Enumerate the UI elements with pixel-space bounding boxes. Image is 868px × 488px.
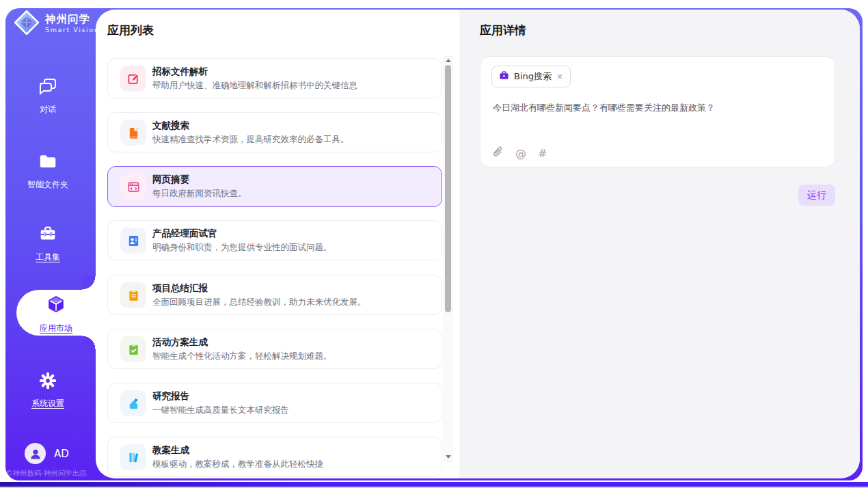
app-desc: 快速精准查找学术资源，提高研究效率的必备工具。 <box>152 134 349 146</box>
tool-tag-label: Bing搜索 <box>514 70 552 83</box>
sidebar-item-label: 工具集 <box>0 252 96 263</box>
app-desc: 每日政府新闻资讯快查。 <box>152 188 247 200</box>
app-card-event-plan[interactable]: 活动方案生成 智能生成个性化活动方案，轻松解决规划难题。 <box>107 329 442 369</box>
app-title: 研究报告 <box>152 390 189 403</box>
app-title: 项目总结汇报 <box>152 282 208 295</box>
sidebar-item-settings[interactable]: 系统设置 <box>0 370 96 409</box>
clipboard-icon <box>120 282 146 308</box>
copyright-text: ©神州数码·神州问学出品 <box>5 469 101 478</box>
scroll-down-arrow-icon[interactable] <box>446 455 451 459</box>
brand-logo: 神州问学 Smart Vision <box>14 10 99 38</box>
user-avatar-icon <box>25 443 46 464</box>
app-detail-title: 应用详情 <box>480 23 526 38</box>
sidebar-item-label: 智能文件夹 <box>0 179 96 191</box>
app-title: 教案生成 <box>152 444 189 457</box>
book-icon <box>120 120 146 146</box>
app-title: 活动方案生成 <box>152 336 208 349</box>
app-title: 招标文件解析 <box>152 66 208 78</box>
sidebar-item-smart-folder[interactable]: 智能文件夹 <box>0 152 96 191</box>
list-scrollbar-thumb[interactable] <box>445 65 451 312</box>
app-card-lesson-plan[interactable]: 教案生成 模板驱动，教案秒成，教学准备从此轻松快捷 <box>107 437 442 477</box>
tool-tag-bing-search[interactable]: Bing搜索 × <box>491 66 571 87</box>
query-text[interactable]: 今日湖北有哪些新闻要点？有哪些需要关注的最新政策？ <box>493 102 821 114</box>
sidebar-item-toolset[interactable]: 工具集 <box>0 224 96 263</box>
app-card-web-summary[interactable]: 网页摘要 每日政府新闻资讯快查。 <box>107 166 442 207</box>
mention-icon[interactable]: @ <box>515 147 526 160</box>
scroll-up-arrow-icon[interactable] <box>446 59 451 62</box>
diamond-logo-icon <box>14 10 40 38</box>
app-title: 文献搜索 <box>152 120 189 132</box>
gear-icon <box>0 370 96 394</box>
app-card-project-summary[interactable]: 项目总结汇报 全面回顾项目进展，总结经验教训，助力未来优化发展。 <box>107 275 442 315</box>
app-desc: 模板驱动，教案秒成，教学准备从此轻松快捷 <box>152 459 323 470</box>
sidebar-item-label: 系统设置 <box>0 398 96 409</box>
active-nav-fillet-bottom <box>82 336 96 349</box>
hash-icon[interactable]: # <box>538 147 547 160</box>
app-desc: 一键智能生成高质量长文本研究报告 <box>152 405 289 416</box>
brand-name: 神州问学 <box>45 14 99 25</box>
app-list-title: 应用列表 <box>107 23 154 38</box>
paperclip-icon[interactable] <box>493 146 504 161</box>
app-window: 神州问学 Smart Vision 对话 智能文件夹 <box>0 0 868 488</box>
user-account[interactable]: AD <box>25 443 69 464</box>
app-card-literature-search[interactable]: 文献搜索 快速精准查找学术资源，提高研究效率的必备工具。 <box>107 112 442 152</box>
sidebar-item-chat[interactable]: 对话 <box>0 77 96 116</box>
app-title: 产品经理面试官 <box>152 228 217 240</box>
app-desc: 全面回顾项目进展，总结经验教训，助力未来优化发展。 <box>152 297 366 308</box>
user-name: AD <box>54 448 69 460</box>
chat-icon <box>0 77 96 100</box>
app-card-bid-parsing[interactable]: 招标文件解析 帮助用户快速、准确地理解和解析招标书中的关键信息 <box>107 58 442 98</box>
sidebar-item-label: 应用市场 <box>16 323 96 334</box>
close-icon[interactable]: × <box>556 72 563 81</box>
edit-square-icon <box>120 66 146 92</box>
books-icon <box>120 444 146 470</box>
app-desc: 帮助用户快速、准确地理解和解析招标书中的关键信息 <box>152 80 357 92</box>
active-nav-fillet-top <box>82 276 96 290</box>
cube-icon <box>45 306 67 318</box>
interview-icon <box>120 228 146 254</box>
app-desc: 明确身份和职责，为您提供专业性的面试问题。 <box>152 242 332 254</box>
app-card-research-report[interactable]: 研究报告 一键智能生成高质量长文本研究报告 <box>107 383 442 423</box>
app-title: 网页摘要 <box>152 174 189 186</box>
sidebar-item-app-market[interactable]: 应用市场 <box>16 294 96 334</box>
folder-icon <box>0 152 96 175</box>
app-desc: 智能生成个性化活动方案，轻松解决规划难题。 <box>152 351 332 362</box>
clipboard-check-icon <box>120 336 146 362</box>
sidebar-item-label: 对话 <box>0 104 96 116</box>
bottom-bar <box>0 482 868 487</box>
toolbox-icon <box>0 224 96 247</box>
app-card-pm-interviewer[interactable]: 产品经理面试官 明确身份和职责，为您提供专业性的面试问题。 <box>107 220 442 260</box>
browser-icon <box>120 174 146 200</box>
ink-icon <box>120 390 146 416</box>
brand-tagline: Smart Vision <box>45 27 99 33</box>
run-button[interactable]: 运行 <box>798 185 835 206</box>
briefcase-icon <box>499 70 509 83</box>
prompt-composer[interactable]: Bing搜索 × 今日湖北有哪些新闻要点？有哪些需要关注的最新政策？ @ # <box>480 56 835 167</box>
